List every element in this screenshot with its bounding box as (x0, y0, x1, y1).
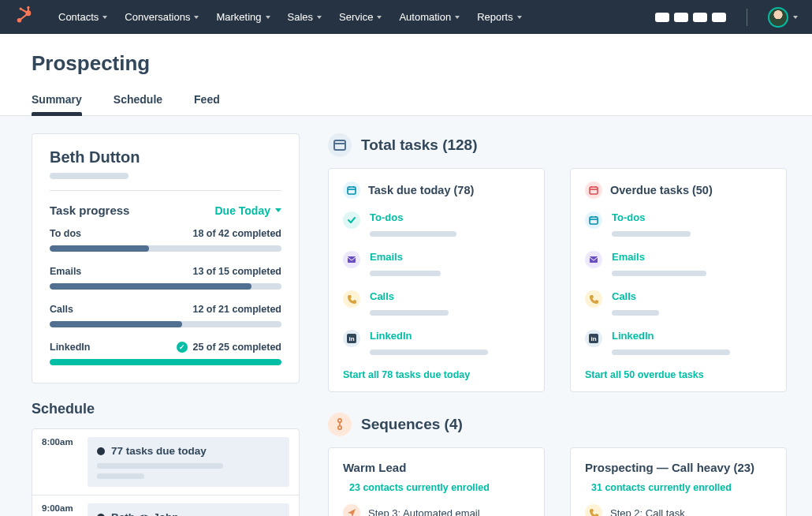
profile-subtitle-skeleton (50, 173, 129, 179)
svg-point-28 (338, 419, 341, 422)
schedule-title: Schedule (32, 401, 300, 417)
start-all-link[interactable]: Start all 78 tasks due today (343, 369, 530, 380)
sequence-card: Prospecting — Call heavy (23) 31 contact… (570, 447, 787, 516)
task-type-label[interactable]: Emails (370, 251, 530, 263)
progress-status: 12 of 21 completed (192, 304, 281, 315)
task-type-label[interactable]: To-dos (370, 211, 530, 223)
sequence-enroll[interactable]: 31 contacts currently enrolled (585, 482, 772, 493)
progress-row: To dos 18 of 42 completed (50, 228, 281, 252)
sequences-icon (328, 413, 352, 436)
svg-rect-17 (590, 187, 598, 194)
chevron-down-icon (517, 16, 522, 19)
nav-item-sales[interactable]: Sales (280, 6, 330, 28)
task-type-label[interactable]: To-dos (612, 211, 772, 223)
calendar-icon (343, 181, 360, 199)
progress-status: ✓ 25 of 25 completed (177, 342, 281, 353)
task-panel: Overdue tasks (50) To-dos Emails Calls i… (570, 168, 787, 392)
svg-rect-21 (590, 217, 598, 224)
start-all-link[interactable]: Start all 50 overdue tasks (585, 369, 772, 380)
linkedin-icon: in (343, 330, 360, 347)
calendar-icon (585, 211, 602, 229)
progress-bar (50, 359, 281, 365)
svg-point-6 (20, 7, 22, 9)
progress-row: LinkedIn ✓ 25 of 25 completed (50, 342, 281, 365)
sequences-title: Sequences (4) (361, 416, 463, 433)
progress-label: Calls (50, 304, 73, 315)
send-icon (343, 504, 360, 516)
svg-text:in: in (348, 335, 354, 342)
chevron-down-icon (194, 16, 199, 19)
slot-time: 8:00am (32, 429, 78, 495)
sequence-step: Step 2: Call task (585, 504, 772, 516)
schedule-card: 8:00am 77 tasks due today 9:00am Beth <>… (32, 428, 300, 516)
task-type-label[interactable]: LinkedIn (612, 330, 772, 342)
task-type-label[interactable]: Calls (370, 290, 530, 302)
progress-row: Calls 12 of 21 completed (50, 304, 281, 327)
schedule-event[interactable]: 77 tasks due today (88, 437, 289, 487)
svg-rect-25 (590, 256, 598, 263)
tab-feed[interactable]: Feed (194, 93, 220, 115)
schedule-slot: 9:00am Beth <> John (32, 495, 299, 516)
task-type-row: in LinkedIn (343, 330, 530, 355)
event-title: Beth <> John (111, 511, 179, 516)
check-icon (343, 211, 360, 229)
chevron-down-icon (793, 16, 798, 19)
nav-item-contacts[interactable]: Contacts (50, 6, 115, 28)
slot-time: 9:00am (32, 495, 78, 516)
nav-item-conversations[interactable]: Conversations (117, 6, 207, 28)
sequence-title: Warm Lead (343, 461, 530, 474)
progress-status: 13 of 15 completed (192, 266, 281, 277)
page-header: Prospecting SummaryScheduleFeed (0, 34, 812, 116)
task-type-label[interactable]: Calls (612, 290, 772, 302)
page-title: Prospecting (32, 51, 780, 76)
task-type-label[interactable]: Emails (612, 251, 772, 263)
schedule-event[interactable]: Beth <> John (88, 503, 289, 516)
tab-schedule[interactable]: Schedule (114, 93, 162, 115)
chevron-down-icon (275, 208, 281, 212)
nav-item-label: Marketing (216, 11, 261, 23)
chevron-down-icon (377, 16, 382, 19)
calendar-icon (585, 181, 602, 199)
svg-point-7 (27, 6, 29, 9)
task-panel-title: Task due today (78) (368, 184, 474, 196)
task-type-label[interactable]: LinkedIn (370, 330, 530, 342)
check-circle-icon: ✓ (177, 342, 188, 353)
nav-item-label: Service (339, 11, 373, 23)
sequence-card: Warm Lead 23 contacts currently enrolled… (328, 447, 545, 516)
due-filter-select[interactable]: Due Today (214, 204, 281, 217)
window-icon (328, 133, 352, 157)
total-tasks-title: Total tasks (128) (361, 136, 477, 154)
nav-item-marketing[interactable]: Marketing (208, 6, 277, 28)
sequence-enroll[interactable]: 23 contacts currently enrolled (343, 482, 530, 493)
svg-rect-14 (348, 256, 356, 263)
task-type-row: Calls (585, 290, 772, 316)
nav-item-label: Sales (288, 11, 314, 23)
nav-item-automation[interactable]: Automation (391, 6, 467, 28)
sequence-step: Step 3: Automated email (343, 504, 530, 516)
phone-icon (585, 504, 602, 516)
nav-item-label: Contacts (58, 11, 99, 23)
schedule-slot: 8:00am 77 tasks due today (32, 429, 299, 495)
mail-icon (585, 251, 602, 268)
progress-bar (50, 283, 281, 290)
profile-card: Beth Dutton Task progress Due Today To d… (32, 133, 300, 383)
svg-rect-8 (334, 140, 345, 150)
svg-rect-10 (348, 187, 356, 194)
tab-summary[interactable]: Summary (32, 93, 82, 115)
nav-item-label: Reports (477, 11, 513, 23)
nav-item-reports[interactable]: Reports (469, 6, 530, 28)
nav-action-pills[interactable] (655, 13, 726, 22)
chevron-down-icon (102, 16, 107, 19)
account-menu[interactable] (768, 7, 798, 28)
task-panel: Task due today (78) To-dos Emails Calls … (328, 168, 545, 392)
task-panel-title: Overdue tasks (50) (610, 184, 713, 196)
mail-icon (343, 251, 360, 268)
progress-row: Emails 13 of 15 completed (50, 266, 281, 290)
nav-item-service[interactable]: Service (331, 6, 389, 28)
progress-label: LinkedIn (50, 342, 90, 353)
task-type-row: Emails (343, 251, 530, 276)
nav-item-label: Conversations (125, 11, 190, 23)
event-dot-icon (97, 514, 105, 517)
hubspot-logo-icon[interactable] (14, 6, 35, 28)
sequence-title: Prospecting — Call heavy (23) (585, 461, 772, 474)
